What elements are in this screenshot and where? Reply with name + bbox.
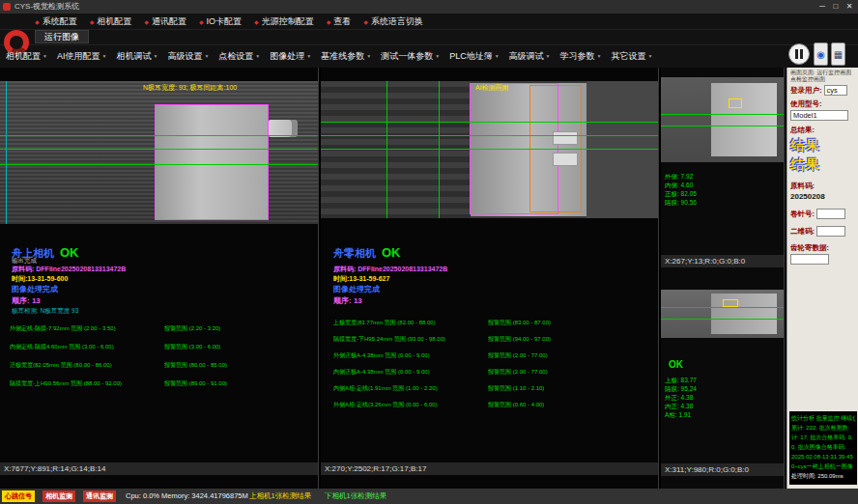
camera-monitor-badge: 相机监测 xyxy=(43,490,75,502)
cpu-memory-text: Cpu: 0.0% Memory: 3424.41796875M xyxy=(126,490,248,502)
login-user-value: cys xyxy=(824,85,847,96)
toolbar-spot-check[interactable]: 点检设置▼ xyxy=(218,50,260,63)
gear-data-input[interactable] xyxy=(790,254,829,265)
menu-item-language[interactable]: ◆系统语言切换 xyxy=(363,15,423,28)
preview-bottom-image xyxy=(661,290,785,338)
overlay-vline-green xyxy=(439,81,440,218)
menu-item-icon: ◆ xyxy=(199,18,204,25)
menu-item-camera-config[interactable]: ◆相机配置 xyxy=(90,15,132,28)
sequence-text: 顺序: 13 xyxy=(333,295,362,306)
machine-dark-region xyxy=(321,81,471,218)
dropdown-arrow-icon: ▼ xyxy=(366,53,371,59)
menu-item-comm-config[interactable]: ◆通讯配置 xyxy=(144,15,186,28)
maximize-button[interactable]: □ xyxy=(829,0,843,14)
top-strip: ◆系统配置 ◆相机配置 ◆通讯配置 ◆IO卡配置 ◆光源控制配置 ◆查看 ◆系统… xyxy=(0,14,858,68)
login-user-label: 登录用户: xyxy=(790,86,822,96)
toolbar-camera-debug[interactable]: 相机调试▼ xyxy=(116,50,157,63)
pause-icon xyxy=(795,49,803,59)
toolbar-ai-config[interactable]: AI使用配置▼ xyxy=(57,50,106,63)
toolbar-advanced-debug[interactable]: 高级调试▼ xyxy=(509,50,551,63)
minimize-button[interactable]: ─ xyxy=(815,0,829,14)
menu-item-icon: ◆ xyxy=(254,18,259,25)
pixel-coords-bar: X:7677;Y:891;R:14;G:14;B:14 xyxy=(0,462,318,475)
tab-run-image[interactable]: 运行图像 xyxy=(35,30,89,43)
preview-measure-lines: 外侧: 7.92 内侧: 4.60 正极: 82.05 隔膜: 90.56 xyxy=(665,172,697,207)
barcode-text: 原料码: DFFline2025020813313472B xyxy=(333,265,447,274)
material-code-value: 20250208 xyxy=(790,192,825,201)
overlay-hline-green xyxy=(321,122,659,123)
toolbar: 相机配置▼ AI使用配置▼ 相机调试▼ 高级设置▼ 点检设置▼ 图像处理▼ 基准… xyxy=(6,46,652,66)
menu-item-icon: ◆ xyxy=(363,18,368,25)
roi-rect-yellow xyxy=(729,98,742,108)
snapshot-button[interactable]: ◉ xyxy=(814,42,828,66)
measurement-row: 正极宽度(82.05mm 范围:(80.00 - 86.00)报警范围:(80.… xyxy=(10,361,227,370)
dropdown-arrow-icon: ▼ xyxy=(204,53,209,59)
electrode-tab-shape xyxy=(553,153,578,166)
result-ok-text: OK xyxy=(382,245,401,260)
status-bar: 心跳信号 相机监测 通讯监测 Cpu: 0.0% Memory: 3424.41… xyxy=(0,489,858,504)
toolbar-baseline-params[interactable]: 基准线参数▼ xyxy=(321,50,371,63)
pin-number-input[interactable] xyxy=(816,209,845,219)
roi-rect-yellow xyxy=(723,299,738,307)
pixel-coords-bar: X:270;Y:2502;R:17;G:17;B:17 xyxy=(321,462,658,475)
right-panel: 画面页面: 运行监控画面 点检监控画面 登录用户: cys 使用型号: Mode… xyxy=(786,68,858,489)
window-title: CYS-视觉检测系统 xyxy=(14,0,79,14)
toolbar-learning-params[interactable]: 学习参数▼ xyxy=(560,50,602,63)
menu-item-io-config[interactable]: ◆IO卡配置 xyxy=(199,15,242,28)
model-label: 使用型号: xyxy=(790,99,822,109)
toolbar-camera-config[interactable]: 相机配置▼ xyxy=(6,50,47,63)
total-result-line1: 结果 xyxy=(790,137,856,154)
preview-measure-lines: 上极: 83.77 隔膜: 95.24 外正: 4.38 内正: 4.38 A相… xyxy=(665,376,697,419)
gear-data-row: 齿轮寄数据: xyxy=(790,243,829,253)
machine-mid-region xyxy=(586,81,659,218)
pin-number-label: 卷针号: xyxy=(790,210,815,219)
app-window: CYS-视觉检测系统 ─ □ ✕ ◆系统配置 ◆相机配置 ◆通讯配置 ◆IO卡配… xyxy=(0,0,858,504)
qr-code-input[interactable] xyxy=(816,226,845,237)
overlay-hline-green xyxy=(661,319,785,320)
qr-code-label: 二维码: xyxy=(790,227,815,237)
top-camera-result-text: 上相机1张检测结果 xyxy=(249,490,311,502)
pixel-coords-bar: X:267;Y:13;R:0;G:0;B:0 xyxy=(661,255,784,267)
measurement-row: 隔膜宽度-上H90.56mm 范围:(88.00 - 92.00)报警范围:(8… xyxy=(10,379,227,388)
measurement-row: 上极宽度(83.77mm 范围:(82.00 - 88.00)报警范围:(83.… xyxy=(333,319,551,327)
measurement-row: 外侧正极A-4.38mm 范围:(0.00 - 9.00)报警范围:(2.00 … xyxy=(333,351,548,360)
bottom-camera-result-text: 下相机1张检测结果 xyxy=(325,490,386,502)
grid-view-button[interactable]: ▦ xyxy=(831,42,845,66)
process-done-text: 图像处理完成 xyxy=(12,284,58,294)
dropdown-arrow-icon: ▼ xyxy=(153,53,157,59)
sequence-text: 顺序: 13 xyxy=(12,295,41,306)
dropdown-arrow-icon: ▼ xyxy=(435,53,440,59)
dropdown-arrow-icon: ▼ xyxy=(597,53,602,59)
tab-check-text: 极耳检测: N极耳宽度 93 xyxy=(12,307,78,316)
process-done-text: 图像处理完成 xyxy=(333,284,380,294)
camera-name: 舟零相机 xyxy=(333,247,376,259)
overlay-top-text: N极耳宽度: 93; 极耳间距离:100 xyxy=(143,83,237,93)
menu-bar: ◆系统配置 ◆相机配置 ◆通讯配置 ◆IO卡配置 ◆光源控制配置 ◆查看 ◆系统… xyxy=(35,14,423,29)
toolbar-test-params[interactable]: 测试一体参数▼ xyxy=(381,50,440,63)
toolbar-advanced-settings[interactable]: 高级设置▼ xyxy=(167,50,209,63)
middle-camera-image: AI检测画面 xyxy=(321,81,659,218)
total-result-row: 总结果: xyxy=(790,126,815,135)
preview-bottom-view: OK 上极: 83.77 隔膜: 95.24 外正: 4.38 内正: 4.38… xyxy=(661,267,785,489)
menu-item-light-config[interactable]: ◆光源控制配置 xyxy=(254,15,314,28)
camera-result-title: 舟零相机OK xyxy=(333,243,401,261)
dropdown-arrow-icon: ▼ xyxy=(648,53,653,59)
menu-item-icon: ◆ xyxy=(90,18,95,25)
measurement-row: 外侧A相-定线(3.26mm 范围:(0.00 - 6.00)报警范围:(0.6… xyxy=(333,401,544,409)
overlay-hline-green xyxy=(321,149,659,150)
pause-button[interactable] xyxy=(788,43,810,65)
dropdown-arrow-icon: ▼ xyxy=(306,53,311,59)
model-select[interactable]: Model1 xyxy=(790,110,848,121)
dropdown-arrow-icon: ▼ xyxy=(495,53,500,59)
dropdown-arrow-icon: ▼ xyxy=(546,53,551,59)
comm-monitor-badge: 通讯监测 xyxy=(83,490,116,502)
material-code-value-row: 20250208 xyxy=(790,192,825,201)
material-code-label: 原料码: xyxy=(790,182,815,191)
close-button[interactable]: ✕ xyxy=(843,0,856,14)
preview-top-view: 外侧: 7.92 内侧: 4.60 正极: 82.05 隔膜: 90.56 X:… xyxy=(661,68,785,267)
toolbar-plc-address[interactable]: PLC地址簿▼ xyxy=(449,50,499,63)
toolbar-image-processing[interactable]: 图像处理▼ xyxy=(270,50,311,63)
menu-item-system-config[interactable]: ◆系统配置 xyxy=(35,15,77,28)
menu-item-view[interactable]: ◆查看 xyxy=(327,15,352,28)
toolbar-other-settings[interactable]: 其它设置▼ xyxy=(612,50,653,63)
